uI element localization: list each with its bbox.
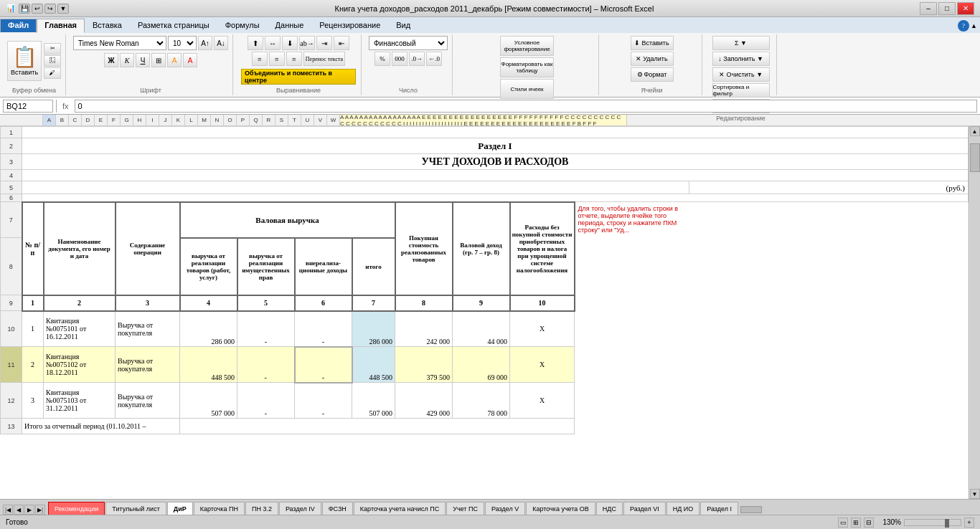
wrap-text-button[interactable]: Перенос текста — [303, 52, 345, 66]
data-row-3-v8[interactable]: 429 000 — [395, 383, 453, 419]
data-row-3-num[interactable]: 3 — [22, 383, 44, 419]
format-table-button[interactable]: Форматировать как таблицу — [500, 57, 554, 77]
zoom-control[interactable]: ▭ ⊞ ⊟ 130% + — [838, 518, 974, 528]
col-header-g[interactable]: G — [121, 115, 133, 125]
table-row[interactable]: 11 2 Квитанция №0075102 от 18.12.2011 Вы… — [1, 347, 969, 383]
number-format-select[interactable]: Финансовый — [369, 36, 448, 50]
tab-view[interactable]: Вид — [388, 19, 418, 33]
sheet-tab-dir[interactable]: ДиР — [167, 502, 193, 515]
tab-review[interactable]: Рецензирование — [311, 19, 388, 33]
col-header-t[interactable]: T — [288, 115, 301, 125]
menu-quick[interactable]: ▼ — [57, 4, 69, 14]
redo-quick[interactable]: ↪ — [44, 4, 56, 14]
tab-data[interactable]: Данные — [268, 19, 312, 33]
data-row-3-op[interactable]: Выручка от покупателя — [116, 383, 180, 419]
insert-function-icon[interactable]: fx — [60, 102, 72, 110]
data-row-2-v6[interactable]: - — [295, 347, 352, 383]
decrease-decimal-button[interactable]: ←.0 — [426, 52, 442, 66]
sheet-tab-section6[interactable]: Раздел VI — [623, 502, 666, 515]
window-controls[interactable]: – □ ✕ — [920, 2, 974, 15]
increase-indent-button[interactable]: ⇥ — [316, 36, 332, 50]
clear-button[interactable]: ✕ Очистить ▼ — [712, 67, 770, 82]
sheet-tab-kpn[interactable]: Карточка ПН — [194, 502, 245, 515]
underline-button[interactable]: Ч — [136, 53, 150, 67]
font-family-select[interactable]: Times New Roman — [73, 36, 166, 50]
col-header-v[interactable]: V — [314, 115, 327, 125]
data-row-3-v9[interactable]: 78 000 — [453, 383, 510, 419]
col-header-m[interactable]: M — [198, 115, 211, 125]
sheet-tab-nds[interactable]: НДС — [596, 502, 623, 515]
sheet-tab-fszn[interactable]: ФСЗН — [322, 502, 353, 515]
horizontal-scrollbar[interactable] — [740, 505, 979, 515]
data-row-2-v8[interactable]: 379 500 — [395, 347, 453, 383]
increase-font-button[interactable]: A↑ — [198, 36, 212, 50]
format-cell-button[interactable]: ⚙Формат — [631, 67, 674, 82]
decrease-indent-button[interactable]: ⇤ — [334, 36, 349, 50]
text-orientation-button[interactable]: ab→ — [299, 36, 315, 50]
data-row-3-v10[interactable]: X — [510, 383, 575, 419]
copy-button[interactable]: ⿺ — [44, 55, 61, 67]
maximize-button[interactable]: □ — [938, 2, 956, 15]
sheet-tab-section5[interactable]: Раздел V — [485, 502, 525, 515]
cell-5-empty[interactable] — [22, 181, 689, 194]
page-layout-button[interactable]: ⊞ — [851, 518, 861, 528]
scroll-track[interactable] — [970, 136, 980, 489]
data-row-2-v5[interactable]: - — [237, 347, 295, 383]
col-header-e[interactable]: E — [95, 115, 108, 125]
data-row-3-doc[interactable]: Квитанция №0075103 от 31.12.2011 — [44, 383, 116, 419]
close-button[interactable]: ✕ — [957, 2, 974, 15]
minimize-ribbon[interactable]: ▲ — [971, 22, 977, 29]
cell-reference-input[interactable]: BQ12 — [3, 100, 53, 113]
data-row-1-v8[interactable]: 242 000 — [395, 311, 453, 347]
normal-view-button[interactable]: ▭ — [838, 518, 848, 528]
sheet-tab-ups[interactable]: Учет ПС — [446, 502, 484, 515]
cell-4-empty[interactable] — [22, 170, 969, 181]
data-row-1-v6[interactable]: - — [295, 311, 352, 347]
page-break-view-button[interactable]: ⊟ — [864, 518, 874, 528]
col-header-f[interactable]: F — [108, 115, 121, 125]
col-header-r[interactable]: R — [263, 115, 275, 125]
align-bottom-button[interactable]: ⬇ — [282, 36, 298, 50]
align-top-button[interactable]: ⬆ — [248, 36, 263, 50]
scroll-up-button[interactable]: ▲ — [970, 126, 980, 136]
tab-file[interactable]: Файл — [0, 19, 37, 33]
data-row-2-op[interactable]: Выручка от покупателя — [116, 347, 180, 383]
cell-main-title[interactable]: УЧЕТ ДОХОДОВ И РАСХОДОВ — [22, 154, 969, 170]
data-row-2-doc[interactable]: Квитанция №0075102 от 18.12.2011 — [44, 347, 116, 383]
data-row-1-v7[interactable]: 286 000 — [352, 311, 395, 347]
cut-button[interactable]: ✂ — [44, 43, 61, 54]
fill-color-button[interactable]: А — [167, 53, 182, 67]
h-scroll-thumb[interactable] — [740, 506, 762, 513]
comma-button[interactable]: 000 — [392, 52, 407, 66]
last-sheet-button[interactable]: ▶| — [35, 505, 45, 515]
conditional-format-button[interactable]: Условное форматирование — [500, 36, 554, 56]
table-row[interactable]: 12 3 Квитанция №0075103 от 31.12.2011 Вы… — [1, 383, 969, 419]
bold-button[interactable]: Ж — [104, 53, 118, 67]
align-middle-button[interactable]: ↔ — [265, 36, 281, 50]
align-center-button[interactable]: ≡ — [269, 52, 285, 66]
undo-quick[interactable]: ↩ — [32, 4, 43, 14]
data-row-total-label[interactable]: Итого за отчетный период (01.10.2011 – — [22, 419, 180, 434]
col-header-o[interactable]: O — [224, 115, 237, 125]
tab-home[interactable]: Главная — [37, 19, 85, 33]
data-row-2-v4[interactable]: 448 500 — [180, 347, 237, 383]
sheet-tab-kuov[interactable]: Карточка учета ОВ — [526, 502, 595, 515]
cell-section-title[interactable]: Раздел I — [22, 138, 969, 154]
spreadsheet-body[interactable]: 1 2 Раздел I 3 УЧЕТ ДОХОДОВ И РАСХОДОВ 4… — [0, 126, 969, 499]
data-row-3-v6[interactable]: - — [295, 383, 352, 419]
cell-styles-button[interactable]: Стили ячеек — [500, 79, 554, 99]
font-color-button[interactable]: А — [183, 53, 197, 67]
col-header-a[interactable]: A — [43, 115, 56, 125]
data-row-2-v7[interactable]: 448 500 — [352, 347, 395, 383]
sheet-tab-recommendations[interactable]: Рекомендации — [48, 502, 105, 515]
col-header-p[interactable]: P — [237, 115, 250, 125]
sheet-tab-ndio[interactable]: НД ИО — [666, 502, 700, 515]
data-row-1-num[interactable]: 1 — [22, 311, 44, 347]
insert-cell-button[interactable]: ⬇Вставить — [631, 36, 674, 50]
data-row-3-v7[interactable]: 507 000 — [352, 383, 395, 419]
cell-6-empty[interactable] — [22, 194, 969, 202]
ribbon-tabs[interactable]: Файл Главная Вставка Разметка страницы Ф… — [0, 17, 980, 33]
font-size-select[interactable]: 10 — [168, 36, 197, 50]
col-header-n[interactable]: N — [211, 115, 224, 125]
data-row-3-v4[interactable]: 507 000 — [180, 383, 237, 419]
